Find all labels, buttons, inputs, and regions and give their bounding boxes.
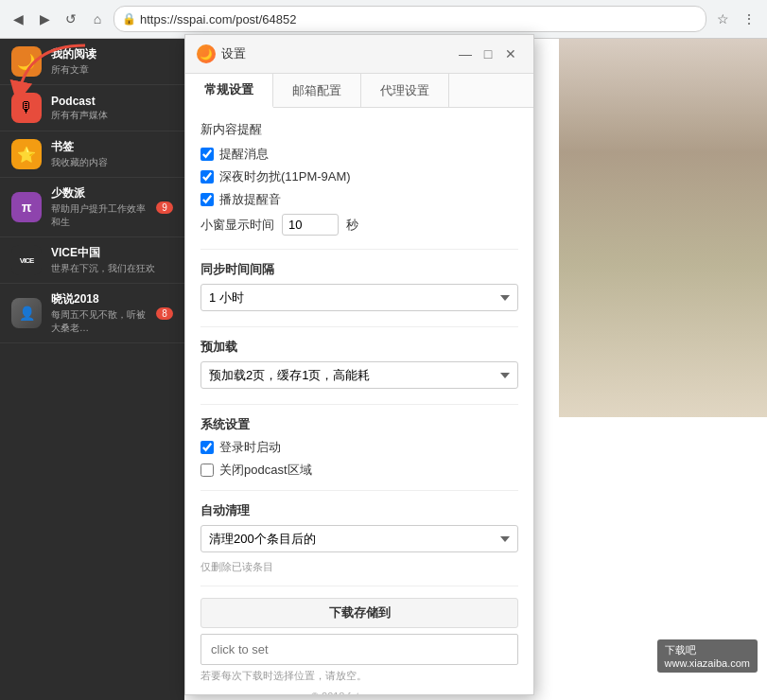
sync-dropdown[interactable]: 1 小时 30 分钟 2 小时 手动 — [200, 284, 518, 311]
divider-1 — [200, 249, 518, 250]
divider-5 — [200, 586, 518, 586]
download-title: 下载存储到 — [200, 598, 518, 628]
checkbox-startup[interactable] — [200, 441, 214, 454]
shaoshipai-badge: 9 — [156, 201, 173, 214]
vice-desc: 世界在下沉，我们在狂欢 — [51, 262, 173, 275]
download-path-input[interactable] — [200, 634, 518, 665]
vice-name: VICE中国 — [51, 245, 173, 261]
checkbox-alert-label[interactable]: 提醒消息 — [219, 146, 269, 163]
shujian-name: 书签 — [51, 139, 173, 155]
address-bar[interactable] — [140, 12, 698, 26]
auto-clean-title: 自动清理 — [200, 502, 518, 519]
system-title: 系统设置 — [200, 416, 518, 433]
vice-icon: VICE — [11, 245, 42, 275]
checkbox-podcast[interactable] — [200, 464, 214, 477]
forward-button[interactable]: ▶ — [34, 9, 55, 29]
bookmark-button[interactable]: ☆ — [712, 9, 733, 29]
download-hint: 若要每次下载时选择位置，请放空。 — [200, 669, 518, 683]
xiaoliu-name: 晓说2018 — [51, 291, 147, 307]
web-background-image — [559, 39, 767, 417]
divider-4 — [200, 490, 518, 491]
small-window-row: 小窗显示时间 秒 — [200, 214, 518, 236]
maximize-button[interactable]: □ — [477, 43, 499, 65]
back-button[interactable]: ◀ — [8, 9, 28, 29]
sidebar-item-xiaoliu[interactable]: 👤 晓说2018 每周五不见不散，听被大桑老… 8 — [0, 284, 184, 343]
shaoshipai-icon: π — [11, 192, 42, 222]
auto-clean-dropdown[interactable]: 清理200个条目后的 清理500个条目后的 不清理 — [200, 525, 518, 552]
dialog-body: 新内容提醒 提醒消息 深夜时勿扰(11PM-9AM) 播放提醒音 小窗显示时间 … — [185, 108, 533, 694]
shaoshipai-desc: 帮助用户提升工作效率和生 — [51, 202, 147, 229]
checkbox-dnd[interactable] — [200, 170, 214, 184]
checkbox-row-startup: 登录时启动 — [200, 439, 518, 456]
tab-general[interactable]: 常规设置 — [185, 74, 273, 108]
close-button[interactable]: ✕ — [499, 43, 522, 65]
arrow-overlay — [9, 39, 95, 114]
xiaoliu-badge: 8 — [156, 307, 173, 320]
sync-title: 同步时间间隔 — [200, 261, 518, 278]
checkbox-podcast-label[interactable]: 关闭podcast区域 — [219, 462, 312, 479]
new-content-title: 新内容提醒 — [200, 121, 518, 138]
checkbox-row-podcast: 关闭podcast区域 — [200, 462, 518, 479]
sidebar: 🌙 我的阅读 所有文章 🎙 Podcast 所有有声媒体 ⭐ 书签 我收藏的内容… — [0, 39, 184, 700]
checkbox-dnd-label[interactable]: 深夜时勿扰(11PM-9AM) — [219, 168, 351, 185]
settings-dialog: 🌙 设置 — □ ✕ 常规设置 邮箱配置 代理设置 新内容提醒 提醒消息 深夜时… — [184, 34, 534, 695]
more-button[interactable]: ⋮ — [739, 9, 759, 29]
checkbox-sound[interactable] — [200, 193, 214, 206]
sidebar-item-shujian[interactable]: ⭐ 书签 我收藏的内容 — [0, 131, 184, 178]
sidebar-item-shaoshipai[interactable]: π 少数派 帮助用户提升工作效率和生 9 — [0, 178, 184, 237]
dialog-tabs: 常规设置 邮箱配置 代理设置 — [185, 74, 533, 108]
shujian-icon: ⭐ — [11, 139, 42, 169]
home-button[interactable]: ⌂ — [87, 9, 108, 29]
web-watermark: 下载吧www.xiazaiba.com — [657, 639, 758, 673]
sidebar-item-vice[interactable]: VICE VICE中国 世界在下沉，我们在狂欢 — [0, 237, 184, 284]
tab-proxy[interactable]: 代理设置 — [361, 74, 449, 107]
checkbox-startup-label[interactable]: 登录时启动 — [219, 439, 281, 456]
checkbox-row-alert: 提醒消息 — [200, 146, 518, 163]
auto-clean-hint: 仅删除已读条目 — [200, 560, 518, 574]
checkbox-row-dnd: 深夜时勿扰(11PM-9AM) — [200, 168, 518, 185]
reload-button[interactable]: ↺ — [61, 9, 81, 29]
divider-3 — [200, 404, 518, 405]
minimize-button[interactable]: — — [454, 43, 477, 65]
xiaoliu-desc: 每周五不见不散，听被大桑老… — [51, 308, 147, 335]
browser-toolbar: ◀ ▶ ↺ ⌂ 🔒 ☆ ⋮ — [0, 0, 767, 38]
small-window-input[interactable] — [282, 214, 339, 236]
checkbox-row-sound: 播放提醒音 — [200, 191, 518, 208]
tab-email[interactable]: 邮箱配置 — [273, 74, 361, 107]
dialog-title: 设置 — [221, 45, 454, 62]
lock-icon: 🔒 — [122, 12, 136, 26]
shujian-desc: 我收藏的内容 — [51, 156, 173, 169]
checkbox-sound-label[interactable]: 播放提醒音 — [219, 191, 281, 208]
address-bar-wrapper: 🔒 — [113, 6, 706, 32]
small-window-label: 小窗显示时间 — [200, 217, 274, 234]
preload-dropdown[interactable]: 预加载2页，缓存1页，高能耗 预加载1页，缓存1页，低能耗 不预加载 — [200, 361, 518, 389]
small-window-unit: 秒 — [346, 217, 358, 234]
browser-chrome: ◀ ▶ ↺ ⌂ 🔒 ☆ ⋮ — [0, 0, 767, 39]
preload-title: 预加载 — [200, 339, 518, 356]
checkbox-alert[interactable] — [200, 148, 214, 161]
dialog-titlebar: 🌙 设置 — □ ✕ — [185, 35, 533, 74]
dialog-icon: 🌙 — [197, 44, 216, 63]
shaoshipai-name: 少数派 — [51, 185, 147, 201]
divider-2 — [200, 326, 518, 327]
dialog-footer: © 2018 fatecore.com — [200, 691, 518, 694]
xiaoliu-avatar: 👤 — [11, 298, 42, 328]
